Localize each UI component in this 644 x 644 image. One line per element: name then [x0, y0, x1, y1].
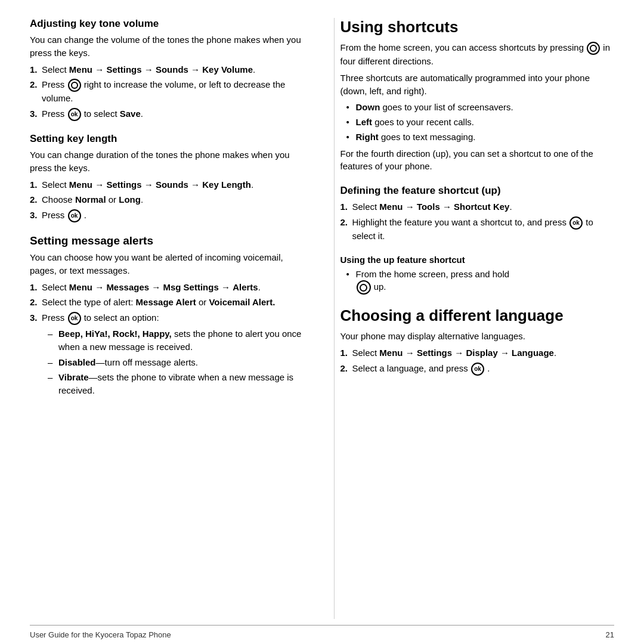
ok-icon: ok	[569, 216, 583, 230]
step-num: 1.	[340, 200, 348, 213]
steps-setting-message-alerts: 1. Select Menu → Messages → Msg Settings…	[30, 281, 304, 397]
heading-setting-message-alerts: Setting message alerts	[30, 234, 304, 247]
step-num: 1.	[30, 63, 38, 76]
section-defining-feature-shortcut: Defining the feature shortcut (up) 1. Se…	[340, 185, 615, 243]
heading-using-shortcuts: Using shortcuts	[340, 18, 615, 36]
intro-choosing-different-language: Your phone may display alternative langu…	[340, 330, 615, 343]
list-item: 3. Press ok to select Save.	[30, 107, 304, 121]
step-num: 3.	[30, 311, 38, 324]
section-setting-message-alerts: Setting message alerts You can choose ho…	[30, 234, 304, 397]
steps-setting-key-length: 1. Select Menu → Settings → Sounds → Key…	[30, 178, 304, 223]
page: Adjusting key tone volume You can change…	[0, 0, 644, 644]
footer: User Guide for the Kyocera Topaz Phone 2…	[30, 625, 614, 644]
nav-icon-up	[357, 280, 371, 295]
list-item: 1. Select Menu → Settings → Sounds → Key…	[30, 178, 304, 191]
section-setting-key-length: Setting key length You can change durati…	[30, 133, 304, 222]
ok-icon: ok	[471, 363, 484, 376]
ok-icon: ok	[68, 209, 81, 222]
heading-using-up-feature-shortcut: Using the up feature shortcut	[340, 255, 615, 265]
step-num: 2.	[340, 216, 348, 229]
section-choosing-different-language: Choosing a different language Your phone…	[340, 306, 615, 376]
list-item: 2. Select the type of alert: Message Ale…	[30, 296, 304, 309]
step-num: 3.	[30, 209, 38, 222]
list-item: 1. Select Menu → Tools → Shortcut Key.	[340, 200, 615, 213]
step-num: 2.	[30, 296, 38, 309]
step-num: 2.	[340, 362, 348, 375]
intro-using-shortcuts-1: From the home screen, you can access sho…	[340, 41, 615, 68]
step-num: 1.	[30, 178, 38, 191]
list-item: Right goes to text messaging.	[346, 131, 615, 144]
step-num: 3.	[30, 107, 38, 120]
up-feature-bullets: From the home screen, press and hold up.	[346, 268, 615, 295]
outro-using-shortcuts: For the fourth direction (up), you can s…	[340, 147, 615, 174]
suboptions-list: Beep, HiYa!, Rock!, Happy, sets the phon…	[48, 327, 304, 397]
step-num: 2.	[30, 78, 38, 91]
right-column: Using shortcuts From the home screen, yo…	[334, 18, 615, 619]
intro-setting-key-length: You can change duration of the tones the…	[30, 148, 304, 175]
list-item: From the home screen, press and hold up.	[346, 268, 615, 295]
list-item: Beep, HiYa!, Rock!, Happy, sets the phon…	[48, 327, 304, 354]
shortcuts-bullets: Down goes to your list of screensavers. …	[346, 101, 615, 143]
heading-setting-key-length: Setting key length	[30, 133, 304, 145]
step-num: 2.	[30, 193, 38, 206]
list-item: 1. Select Menu → Settings → Sounds → Key…	[30, 63, 304, 76]
section-using-shortcuts: Using shortcuts From the home screen, yo…	[340, 18, 615, 173]
nav-icon	[587, 42, 600, 55]
list-item: 2. Choose Normal or Long.	[30, 193, 304, 206]
list-item: 1. Select Menu → Settings → Display → La…	[340, 346, 615, 360]
list-item: 2. Press right to increase the volume, o…	[30, 78, 304, 105]
content-area: Adjusting key tone volume You can change…	[30, 18, 614, 619]
ok-icon: ok	[68, 108, 81, 121]
list-item: 3. Press ok to select an option: Beep, H…	[30, 311, 304, 397]
heading-adjusting-key-tone: Adjusting key tone volume	[30, 18, 304, 30]
steps-defining-feature-shortcut: 1. Select Menu → Tools → Shortcut Key. 2…	[340, 200, 615, 243]
intro-using-shortcuts-2: Three shortcuts are automatically progra…	[340, 72, 615, 98]
step-num: 1.	[340, 346, 348, 360]
steps-adjusting-key-tone: 1. Select Menu → Settings → Sounds → Key…	[30, 63, 304, 122]
section-adjusting-key-tone: Adjusting key tone volume You can change…	[30, 18, 304, 121]
list-item: Vibrate—sets the phone to vibrate when a…	[48, 371, 304, 397]
list-item: Left goes to your recent calls.	[346, 116, 615, 129]
footer-left-text: User Guide for the Kyocera Topaz Phone	[30, 630, 171, 639]
steps-choosing-different-language: 1. Select Menu → Settings → Display → La…	[340, 346, 615, 376]
list-item: Disabled—turn off message alerts.	[48, 356, 304, 369]
heading-defining-feature-shortcut: Defining the feature shortcut (up)	[340, 185, 615, 197]
list-item: 1. Select Menu → Messages → Msg Settings…	[30, 281, 304, 294]
list-item: Down goes to your list of screensavers.	[346, 101, 615, 114]
footer-page-number: 21	[606, 630, 614, 639]
heading-choosing-different-language: Choosing a different language	[340, 306, 615, 325]
ok-icon: ok	[68, 312, 81, 325]
list-item: 2. Highlight the feature you want a shor…	[340, 216, 615, 243]
list-item: 2. Select a language, and press ok .	[340, 362, 615, 376]
left-column: Adjusting key tone volume You can change…	[30, 18, 310, 619]
nav-icon	[68, 79, 81, 92]
list-item: 3. Press ok .	[30, 209, 304, 222]
intro-setting-message-alerts: You can choose how you want be alerted o…	[30, 251, 304, 277]
intro-adjusting-key-tone: You can change the volume of the tones t…	[30, 33, 304, 60]
step-num: 1.	[30, 281, 38, 294]
section-using-up-feature-shortcut: Using the up feature shortcut From the h…	[340, 255, 615, 295]
